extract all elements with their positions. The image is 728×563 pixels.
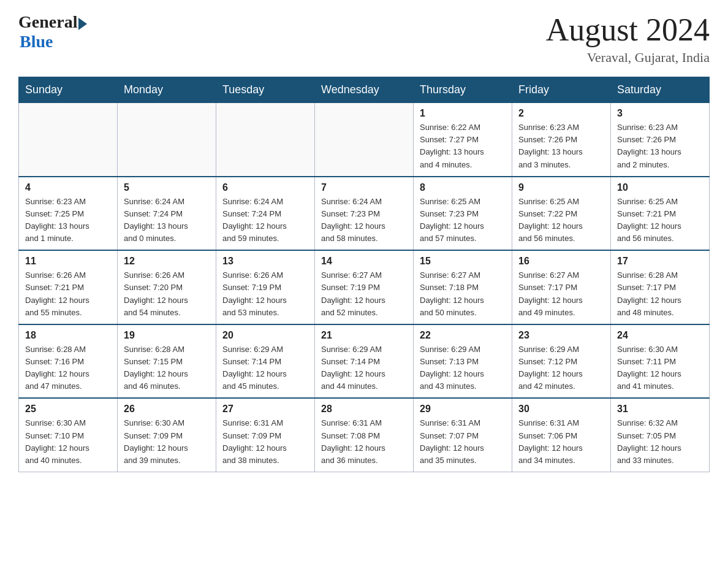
- day-number: 7: [321, 182, 407, 193]
- day-info: Sunrise: 6:32 AM Sunset: 7:05 PM Dayligh…: [617, 418, 681, 464]
- calendar-cell: 23Sunrise: 6:29 AM Sunset: 7:12 PM Dayli…: [512, 324, 611, 399]
- weekday-header-wednesday: Wednesday: [315, 77, 414, 103]
- calendar-cell: 10Sunrise: 6:25 AM Sunset: 7:21 PM Dayli…: [611, 177, 710, 251]
- calendar-cell: 29Sunrise: 6:31 AM Sunset: 7:07 PM Dayli…: [414, 398, 512, 472]
- calendar-cell: 9Sunrise: 6:25 AM Sunset: 7:22 PM Daylig…: [512, 177, 611, 251]
- day-number: 20: [222, 330, 308, 341]
- day-number: 30: [518, 404, 604, 415]
- day-number: 5: [124, 182, 210, 193]
- week-row-5: 25Sunrise: 6:30 AM Sunset: 7:10 PM Dayli…: [19, 398, 710, 472]
- calendar-cell: 25Sunrise: 6:30 AM Sunset: 7:10 PM Dayli…: [19, 398, 118, 472]
- day-info: Sunrise: 6:29 AM Sunset: 7:14 PM Dayligh…: [222, 345, 287, 391]
- day-number: 3: [617, 108, 703, 119]
- day-number: 11: [25, 256, 111, 267]
- calendar-cell: 3Sunrise: 6:23 AM Sunset: 7:26 PM Daylig…: [611, 103, 710, 177]
- calendar-cell: [118, 103, 216, 177]
- day-info: Sunrise: 6:29 AM Sunset: 7:13 PM Dayligh…: [420, 345, 484, 391]
- logo-triangle-icon: [78, 18, 87, 30]
- weekday-header-tuesday: Tuesday: [216, 77, 315, 103]
- day-info: Sunrise: 6:26 AM Sunset: 7:19 PM Dayligh…: [222, 270, 287, 316]
- weekday-header-row: SundayMondayTuesdayWednesdayThursdayFrid…: [19, 77, 710, 103]
- day-number: 29: [420, 404, 506, 415]
- calendar-cell: 16Sunrise: 6:27 AM Sunset: 7:17 PM Dayli…: [512, 250, 611, 324]
- day-number: 4: [25, 182, 111, 193]
- day-info: Sunrise: 6:25 AM Sunset: 7:22 PM Dayligh…: [518, 197, 583, 243]
- day-number: 25: [25, 404, 111, 415]
- day-info: Sunrise: 6:25 AM Sunset: 7:21 PM Dayligh…: [617, 197, 681, 243]
- calendar-cell: 14Sunrise: 6:27 AM Sunset: 7:19 PM Dayli…: [315, 250, 414, 324]
- day-number: 17: [617, 256, 703, 267]
- day-info: Sunrise: 6:25 AM Sunset: 7:23 PM Dayligh…: [420, 197, 484, 243]
- title-block: August 2024 Veraval, Gujarat, India: [546, 12, 710, 66]
- day-info: Sunrise: 6:30 AM Sunset: 7:09 PM Dayligh…: [124, 418, 188, 464]
- day-info: Sunrise: 6:28 AM Sunset: 7:15 PM Dayligh…: [124, 345, 188, 391]
- calendar-cell: 1Sunrise: 6:22 AM Sunset: 7:27 PM Daylig…: [414, 103, 512, 177]
- calendar-cell: 6Sunrise: 6:24 AM Sunset: 7:24 PM Daylig…: [216, 177, 315, 251]
- calendar-cell: 5Sunrise: 6:24 AM Sunset: 7:24 PM Daylig…: [118, 177, 216, 251]
- calendar-cell: 4Sunrise: 6:23 AM Sunset: 7:25 PM Daylig…: [19, 177, 118, 251]
- week-row-1: 1Sunrise: 6:22 AM Sunset: 7:27 PM Daylig…: [19, 103, 710, 177]
- day-number: 18: [25, 330, 111, 341]
- week-row-3: 11Sunrise: 6:26 AM Sunset: 7:21 PM Dayli…: [19, 250, 710, 324]
- subtitle: Veraval, Gujarat, India: [546, 50, 710, 66]
- day-number: 31: [617, 404, 703, 415]
- day-number: 19: [124, 330, 210, 341]
- day-number: 6: [222, 182, 308, 193]
- day-info: Sunrise: 6:23 AM Sunset: 7:25 PM Dayligh…: [25, 197, 89, 243]
- calendar-cell: 15Sunrise: 6:27 AM Sunset: 7:18 PM Dayli…: [414, 250, 512, 324]
- day-number: 24: [617, 330, 703, 341]
- calendar-table: SundayMondayTuesdayWednesdayThursdayFrid…: [18, 77, 710, 472]
- day-info: Sunrise: 6:27 AM Sunset: 7:17 PM Dayligh…: [518, 270, 583, 316]
- day-number: 22: [420, 330, 506, 341]
- calendar-cell: 30Sunrise: 6:31 AM Sunset: 7:06 PM Dayli…: [512, 398, 611, 472]
- calendar-cell: 11Sunrise: 6:26 AM Sunset: 7:21 PM Dayli…: [19, 250, 118, 324]
- calendar-cell: 20Sunrise: 6:29 AM Sunset: 7:14 PM Dayli…: [216, 324, 315, 399]
- weekday-header-thursday: Thursday: [414, 77, 512, 103]
- calendar-cell: 26Sunrise: 6:30 AM Sunset: 7:09 PM Dayli…: [118, 398, 216, 472]
- day-number: 21: [321, 330, 407, 341]
- day-number: 16: [518, 256, 604, 267]
- calendar-cell: [315, 103, 414, 177]
- day-info: Sunrise: 6:30 AM Sunset: 7:11 PM Dayligh…: [617, 345, 681, 391]
- day-number: 13: [222, 256, 308, 267]
- day-info: Sunrise: 6:28 AM Sunset: 7:16 PM Dayligh…: [25, 345, 89, 391]
- day-number: 8: [420, 182, 506, 193]
- day-info: Sunrise: 6:23 AM Sunset: 7:26 PM Dayligh…: [617, 123, 681, 169]
- calendar-cell: 7Sunrise: 6:24 AM Sunset: 7:23 PM Daylig…: [315, 177, 414, 251]
- week-row-2: 4Sunrise: 6:23 AM Sunset: 7:25 PM Daylig…: [19, 177, 710, 251]
- weekday-header-saturday: Saturday: [611, 77, 710, 103]
- day-info: Sunrise: 6:22 AM Sunset: 7:27 PM Dayligh…: [420, 123, 484, 169]
- weekday-header-friday: Friday: [512, 77, 611, 103]
- day-number: 27: [222, 404, 308, 415]
- day-number: 26: [124, 404, 210, 415]
- day-info: Sunrise: 6:29 AM Sunset: 7:14 PM Dayligh…: [321, 345, 385, 391]
- calendar-cell: 22Sunrise: 6:29 AM Sunset: 7:13 PM Dayli…: [414, 324, 512, 399]
- day-info: Sunrise: 6:30 AM Sunset: 7:10 PM Dayligh…: [25, 418, 89, 464]
- main-title: August 2024: [546, 12, 710, 47]
- logo: General Blue: [18, 12, 87, 52]
- week-row-4: 18Sunrise: 6:28 AM Sunset: 7:16 PM Dayli…: [19, 324, 710, 399]
- calendar-cell: 17Sunrise: 6:28 AM Sunset: 7:17 PM Dayli…: [611, 250, 710, 324]
- day-number: 10: [617, 182, 703, 193]
- day-info: Sunrise: 6:29 AM Sunset: 7:12 PM Dayligh…: [518, 345, 583, 391]
- day-number: 12: [124, 256, 210, 267]
- day-number: 28: [321, 404, 407, 415]
- calendar-cell: 18Sunrise: 6:28 AM Sunset: 7:16 PM Dayli…: [19, 324, 118, 399]
- logo-general-text: General: [18, 12, 77, 32]
- day-info: Sunrise: 6:31 AM Sunset: 7:09 PM Dayligh…: [222, 418, 287, 464]
- calendar-cell: 28Sunrise: 6:31 AM Sunset: 7:08 PM Dayli…: [315, 398, 414, 472]
- calendar-cell: 2Sunrise: 6:23 AM Sunset: 7:26 PM Daylig…: [512, 103, 611, 177]
- day-info: Sunrise: 6:31 AM Sunset: 7:08 PM Dayligh…: [321, 418, 385, 464]
- page-header: General Blue August 2024 Veraval, Gujara…: [18, 12, 710, 66]
- day-info: Sunrise: 6:26 AM Sunset: 7:20 PM Dayligh…: [124, 270, 188, 316]
- calendar-cell: 27Sunrise: 6:31 AM Sunset: 7:09 PM Dayli…: [216, 398, 315, 472]
- weekday-header-sunday: Sunday: [19, 77, 118, 103]
- calendar-cell: 12Sunrise: 6:26 AM Sunset: 7:20 PM Dayli…: [118, 250, 216, 324]
- day-info: Sunrise: 6:31 AM Sunset: 7:07 PM Dayligh…: [420, 418, 484, 464]
- calendar-cell: 8Sunrise: 6:25 AM Sunset: 7:23 PM Daylig…: [414, 177, 512, 251]
- day-number: 1: [420, 108, 506, 119]
- calendar-cell: 13Sunrise: 6:26 AM Sunset: 7:19 PM Dayli…: [216, 250, 315, 324]
- day-info: Sunrise: 6:27 AM Sunset: 7:18 PM Dayligh…: [420, 270, 484, 316]
- calendar-cell: 19Sunrise: 6:28 AM Sunset: 7:15 PM Dayli…: [118, 324, 216, 399]
- calendar-cell: [216, 103, 315, 177]
